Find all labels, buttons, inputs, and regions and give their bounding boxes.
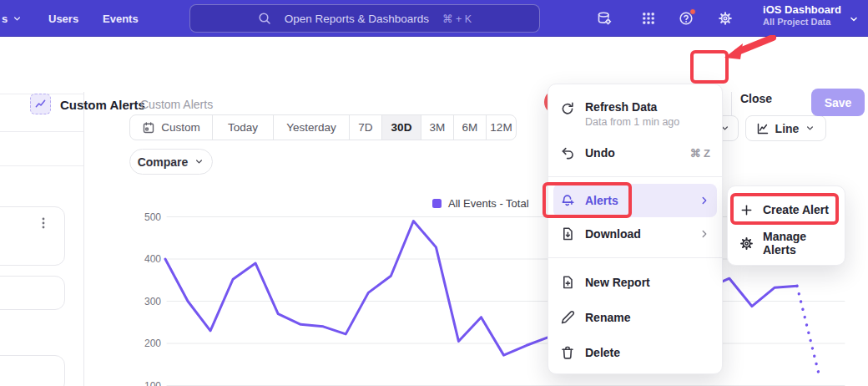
project-scope: All Project Data	[763, 17, 841, 28]
nav-item-events[interactable]: Events	[103, 0, 139, 37]
plus-icon	[739, 203, 754, 217]
sidebar-row-divider	[0, 165, 83, 166]
apps-grid-icon[interactable]	[641, 11, 656, 26]
compare-button[interactable]: Compare	[129, 149, 213, 175]
file-plus-icon	[560, 275, 575, 290]
menu-item-download[interactable]: Download	[548, 217, 722, 251]
range-7d[interactable]: 7D	[349, 115, 381, 140]
legend-swatch-icon	[432, 199, 442, 208]
range-custom[interactable]: Custom	[130, 115, 212, 140]
bell-plus-icon	[560, 193, 575, 208]
data-icon[interactable]	[597, 11, 612, 26]
y-axis-tick: 300	[144, 296, 161, 307]
y-axis-tick: 400	[144, 253, 161, 265]
menu-item-new-report[interactable]: New Report	[548, 265, 722, 300]
menu-item-sublabel: Data from 1 min ago	[585, 116, 679, 128]
chevron-right-icon	[699, 228, 710, 240]
page-title: Custom Alerts	[60, 98, 145, 112]
chevron-down-icon	[848, 13, 860, 25]
trash-icon	[560, 345, 575, 360]
range-6m[interactable]: 6M	[453, 115, 486, 140]
range-3m[interactable]: 3M	[421, 115, 453, 140]
range-today[interactable]: Today	[212, 115, 273, 140]
menu-item-delete[interactable]: Delete	[548, 335, 722, 370]
sidebar-card[interactable]	[0, 206, 65, 266]
sidebar-divider	[83, 92, 84, 386]
search-placeholder: Open Reports & Dashboards	[285, 13, 429, 25]
search-shortcut: ⌘ + K	[442, 13, 472, 25]
alerts-submenu: Create AlertManage Alerts	[727, 185, 845, 266]
nav-item-users[interactable]: Users	[48, 0, 78, 37]
help-icon[interactable]	[679, 11, 694, 26]
submenu-item-create-alert[interactable]: Create Alert	[728, 193, 845, 226]
calendar-icon	[142, 121, 155, 135]
menu-item-rename[interactable]: Rename	[548, 300, 722, 335]
project-selector[interactable]: iOS Dashboard All Project Data	[763, 3, 841, 28]
menu-item-alerts[interactable]: Alerts	[553, 184, 717, 217]
chart-type-button[interactable]: Line	[745, 115, 826, 141]
menu-divider	[548, 257, 722, 258]
submenu-item-manage-alerts[interactable]: Manage Alerts	[728, 226, 845, 260]
card-menu-kebab-icon[interactable]	[38, 216, 49, 231]
range-12m[interactable]: 12M	[486, 115, 516, 140]
close-button[interactable]: Close	[740, 92, 772, 105]
menu-divider	[548, 176, 722, 177]
chevron-down-icon	[12, 13, 23, 24]
line-chart-icon	[756, 122, 770, 135]
gear-icon	[739, 236, 754, 251]
chevron-down-icon	[194, 156, 204, 167]
top-nav: s Users Events Open Reports & Dashboards…	[0, 0, 868, 37]
refresh-icon	[560, 101, 575, 116]
y-axis-tick: 100	[144, 380, 161, 386]
nav-item-partial[interactable]: s	[2, 0, 23, 37]
range-30d[interactable]: 30D	[381, 115, 421, 140]
shortcut-label: ⌘ Z	[689, 147, 710, 160]
search-icon	[258, 12, 271, 25]
save-button[interactable]: Save	[811, 89, 865, 116]
settings-icon[interactable]	[718, 11, 733, 26]
date-range-control: CustomTodayYesterday7D30D3M6M12M	[129, 114, 517, 140]
range-yesterday[interactable]: Yesterday	[273, 115, 349, 140]
notification-dot	[689, 8, 696, 15]
series-line-projected	[797, 286, 820, 377]
project-name: iOS Dashboard	[763, 3, 841, 17]
legend-label: All Events - Total	[448, 197, 529, 210]
y-axis-tick: 500	[144, 211, 161, 223]
chevron-right-icon	[699, 195, 710, 206]
download-icon	[560, 226, 575, 241]
y-axis-tick: 200	[144, 338, 161, 349]
chevron-down-icon	[805, 123, 815, 134]
undo-icon	[560, 145, 575, 160]
search-input[interactable]: Open Reports & Dashboards ⌘ + K	[189, 4, 540, 33]
sidebar-card[interactable]	[0, 276, 65, 310]
more-options-menu: Refresh DataData from 1 min agoUndo⌘ ZAl…	[548, 84, 723, 374]
divider	[731, 92, 732, 115]
breadcrumb: Custom Alerts	[140, 98, 213, 111]
chart-legend: All Events - Total	[432, 197, 529, 210]
report-header: Custom Alerts Custom Alerts GV Duplicate…	[0, 37, 868, 92]
sidebar-row-divider	[0, 131, 83, 132]
menu-item-refresh-data[interactable]: Refresh DataData from 1 min ago	[548, 93, 722, 136]
sidebar-card[interactable]	[0, 355, 65, 386]
pencil-icon	[560, 310, 575, 325]
menu-item-undo[interactable]: Undo⌘ Z	[548, 136, 722, 170]
report-type-icon	[30, 94, 51, 114]
